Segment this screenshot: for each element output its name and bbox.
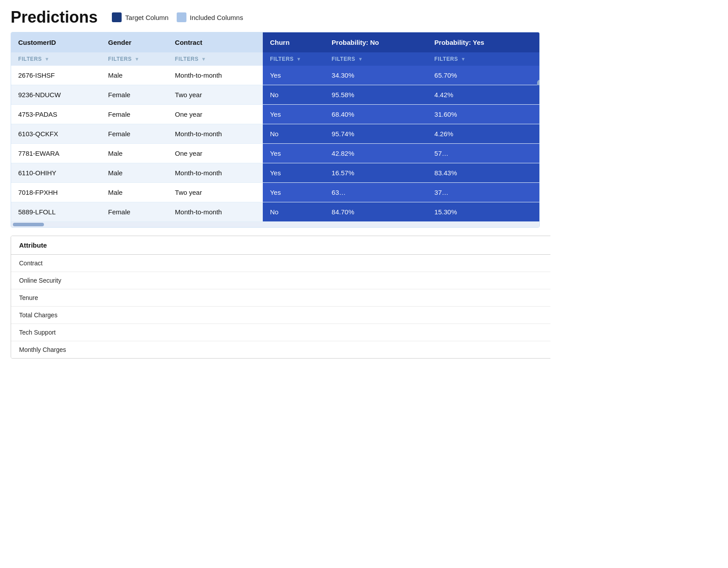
legend-included: Included Columns xyxy=(177,12,243,22)
cell-prob_no: 95.58% xyxy=(324,85,427,105)
table-filter-row: FILTERS ▼ FILTERS ▼ FILTERS ▼ xyxy=(11,52,539,66)
cell-prob_yes: 4.26% xyxy=(427,124,530,144)
table-row: 2676-ISHSFMaleMonth-to-monthYes34.30%65.… xyxy=(11,66,539,85)
col-header-prob-no: Probability: No xyxy=(324,32,427,52)
predictions-table-container: CustomerID Gender Contract Churn Probabi… xyxy=(11,32,540,228)
importance-body: Contract100.00%Online Security62.08%Tenu… xyxy=(11,255,550,359)
filter-customerid[interactable]: FILTERS ▼ xyxy=(11,52,101,66)
col-header-customerid: CustomerID xyxy=(11,32,101,52)
cell-customerid: 6110-OHIHY xyxy=(11,163,101,183)
legend-target-label: Target Column xyxy=(125,14,169,21)
cell-customerid: 5889-LFOLL xyxy=(11,202,101,222)
scrollbar-cell xyxy=(530,85,539,105)
importance-row: Tenure58.52% xyxy=(11,289,550,307)
importance-table: Attribute Variable of Importance Contrac… xyxy=(11,236,550,359)
col-header-gender: Gender xyxy=(101,32,168,52)
cell-churn: Yes xyxy=(263,66,324,85)
filter-prob-yes[interactable]: FILTERS ▼ xyxy=(427,52,530,66)
predictions-table: CustomerID Gender Contract Churn Probabi… xyxy=(11,32,539,222)
filter-label: FILTERS xyxy=(435,56,458,62)
cell-gender: Male xyxy=(101,183,168,202)
importance-attribute: Tenure xyxy=(11,289,550,307)
filter-churn[interactable]: FILTERS ▼ xyxy=(263,52,324,66)
table-header-row: CustomerID Gender Contract Churn Probabi… xyxy=(11,32,539,52)
cell-prob_no: 34.30% xyxy=(324,66,427,85)
bottom-section: Attribute Variable of Importance Contrac… xyxy=(0,228,550,386)
filter-contract[interactable]: FILTERS ▼ xyxy=(168,52,263,66)
importance-col-attribute: Attribute xyxy=(11,236,550,255)
cell-prob_no: 16.57% xyxy=(324,163,427,183)
filter-arrow-prob-yes: ▼ xyxy=(461,56,466,62)
cell-churn: Yes xyxy=(263,163,324,183)
importance-row: Monthly Charges40.43% xyxy=(11,341,550,359)
filter-gender[interactable]: FILTERS ▼ xyxy=(101,52,168,66)
cell-churn: No xyxy=(263,202,324,222)
cell-customerid: 2676-ISHSF xyxy=(11,66,101,85)
horizontal-scrollbar-thumb[interactable] xyxy=(13,223,44,226)
legend-included-label: Included Columns xyxy=(190,14,243,21)
scrollbar-cell xyxy=(530,183,539,202)
table-row: 7018-FPXHHMaleTwo yearYes63…37… xyxy=(11,183,539,202)
cell-prob_yes: 31.60% xyxy=(427,105,530,124)
cell-churn: Yes xyxy=(263,183,324,202)
filter-arrow-prob-no: ▼ xyxy=(358,56,363,62)
cell-gender: Female xyxy=(101,124,168,144)
importance-row: Tech Support52.03% xyxy=(11,324,550,341)
cell-churn: Yes xyxy=(263,144,324,163)
table-row: 4753-PADASFemaleOne yearYes68.40%31.60% xyxy=(11,105,539,124)
filter-arrow-gender: ▼ xyxy=(135,56,140,62)
cell-prob_no: 68.40% xyxy=(324,105,427,124)
page-header: Predictions Target Column Included Colum… xyxy=(0,0,550,32)
importance-row: Contract100.00% xyxy=(11,255,550,272)
scrollbar-cell xyxy=(530,144,539,163)
table-body: 2676-ISHSFMaleMonth-to-monthYes34.30%65.… xyxy=(11,66,539,222)
cell-customerid: 9236-NDUCW xyxy=(11,85,101,105)
cell-gender: Female xyxy=(101,85,168,105)
cell-customerid: 4753-PADAS xyxy=(11,105,101,124)
table-row: 9236-NDUCWFemaleTwo yearNo95.58%4.42% xyxy=(11,85,539,105)
scrollbar-cell xyxy=(530,124,539,144)
scrollbar-header xyxy=(530,32,539,52)
filter-label: FILTERS xyxy=(18,56,42,62)
cell-customerid: 7018-FPXHH xyxy=(11,183,101,202)
cell-contract: Month-to-month xyxy=(168,202,263,222)
cell-churn: No xyxy=(263,124,324,144)
table-row: 5889-LFOLLFemaleMonth-to-monthNo84.70%15… xyxy=(11,202,539,222)
filter-label: FILTERS xyxy=(332,56,355,62)
cell-prob_yes: 83.43% xyxy=(427,163,530,183)
col-header-contract: Contract xyxy=(168,32,263,52)
cell-prob_no: 42.82% xyxy=(324,144,427,163)
cell-contract: Two year xyxy=(168,85,263,105)
horizontal-scrollbar[interactable] xyxy=(11,222,539,227)
cell-churn: Yes xyxy=(263,105,324,124)
cell-prob_no: 84.70% xyxy=(324,202,427,222)
importance-header-row: Attribute Variable of Importance xyxy=(11,236,550,255)
cell-prob_yes: 57… xyxy=(427,144,530,163)
cell-contract: One year xyxy=(168,144,263,163)
importance-attribute: Tech Support xyxy=(11,324,550,341)
cell-prob_no: 95.74% xyxy=(324,124,427,144)
importance-table-inner: Attribute Variable of Importance Contrac… xyxy=(11,236,550,358)
importance-attribute: Online Security xyxy=(11,272,550,289)
importance-row: Online Security62.08% xyxy=(11,272,550,289)
cell-contract: One year xyxy=(168,105,263,124)
cell-prob_yes: 15.30% xyxy=(427,202,530,222)
cell-customerid: 6103-QCKFX xyxy=(11,124,101,144)
cell-prob_yes: 37… xyxy=(427,183,530,202)
filter-arrow-contract: ▼ xyxy=(201,56,206,62)
importance-row: Total Charges52.52% xyxy=(11,307,550,324)
cell-gender: Female xyxy=(101,202,168,222)
cell-gender: Male xyxy=(101,144,168,163)
cell-gender: Female xyxy=(101,105,168,124)
table-row: 6110-OHIHYMaleMonth-to-monthYes16.57%83.… xyxy=(11,163,539,183)
scrollbar-cell xyxy=(530,66,539,85)
filter-label: FILTERS xyxy=(108,56,132,62)
cell-prob_yes: 4.42% xyxy=(427,85,530,105)
legend: Target Column Included Columns xyxy=(112,12,243,22)
filter-prob-no[interactable]: FILTERS ▼ xyxy=(324,52,427,66)
filter-label: FILTERS xyxy=(175,56,198,62)
cell-prob_no: 63… xyxy=(324,183,427,202)
cell-churn: No xyxy=(263,85,324,105)
scrollbar-cell xyxy=(530,202,539,222)
importance-attribute: Monthly Charges xyxy=(11,341,550,359)
